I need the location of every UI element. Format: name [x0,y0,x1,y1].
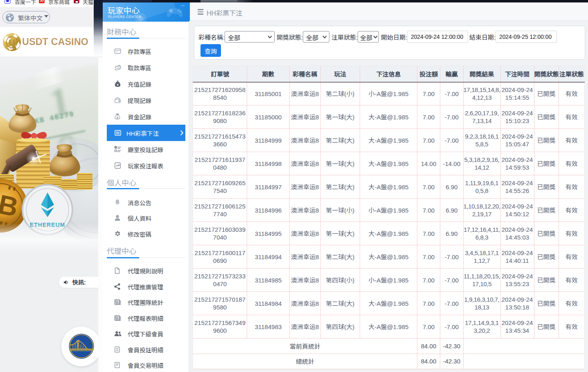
svg-text:Casino: Casino [8,47,16,49]
svg-text:U: U [9,38,15,47]
